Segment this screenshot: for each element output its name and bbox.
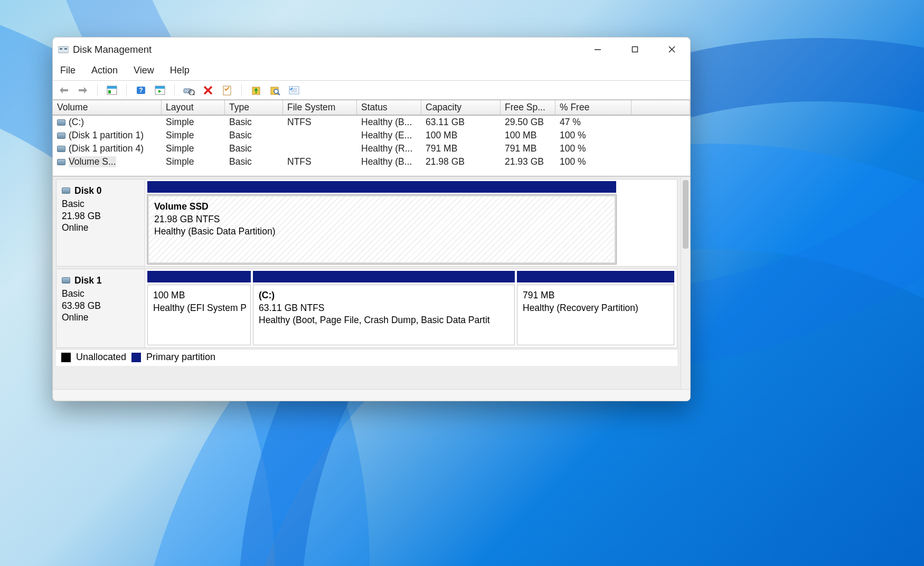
volume-free: 100 MB	[501, 129, 555, 142]
svg-marker-7	[60, 87, 63, 93]
svg-line-21	[193, 94, 195, 95]
col-filesystem[interactable]: File System	[283, 100, 357, 115]
col-pctfree[interactable]: % Free	[555, 100, 631, 115]
scrollbar-thumb[interactable]	[683, 180, 689, 249]
disk-type: Basic	[62, 198, 139, 210]
partition-status: Healthy (Boot, Page File, Crash Dump, Ba…	[259, 314, 509, 327]
forward-icon[interactable]	[77, 84, 89, 96]
svg-point-29	[274, 89, 278, 93]
volume-fs: NTFS	[283, 156, 357, 168]
volume-status: Healthy (B...	[357, 156, 421, 168]
menu-file[interactable]: File	[58, 64, 78, 77]
find-icon[interactable]	[269, 84, 281, 96]
col-capacity[interactable]: Capacity	[421, 100, 501, 115]
close-button[interactable]	[653, 37, 690, 62]
partition-status: Healthy (EFI System P	[153, 302, 245, 315]
menu-help[interactable]: Help	[168, 64, 192, 77]
svg-marker-9	[84, 87, 87, 93]
volume-pct: 100 %	[555, 143, 631, 155]
disk-name: Disk 1	[74, 275, 102, 287]
volume-icon	[57, 146, 65, 152]
menu-view[interactable]: View	[131, 64, 156, 77]
partition-header-bar	[253, 271, 515, 282]
disk-size: 63.98 GB	[62, 300, 139, 312]
volume-icon	[57, 159, 65, 165]
volume-icon	[57, 119, 65, 126]
maximize-button[interactable]	[616, 37, 653, 62]
volume-layout: Simple	[162, 156, 225, 168]
partition-size: 791 MB	[523, 289, 668, 302]
volume-layout: Simple	[162, 129, 225, 142]
col-spacer[interactable]	[631, 100, 690, 115]
disk-management-window: Disk Management File Action View Help ?	[52, 37, 691, 401]
partition-box[interactable]: Volume SSD 21.98 GB NTFS Healthy (Basic …	[147, 195, 616, 264]
disk-info[interactable]: Disk 0 Basic 21.98 GB Online	[56, 180, 145, 266]
partition-size: 21.98 GB NTFS	[154, 213, 609, 226]
disk-state: Online	[62, 312, 139, 324]
volume-capacity: 791 MB	[421, 143, 501, 155]
volume-row[interactable]: (Disk 1 partition 4) Simple Basic Health…	[53, 142, 690, 155]
disk-info[interactable]: Disk 1 Basic 63.98 GB Online	[56, 269, 145, 347]
disk-row: Disk 1 Basic 63.98 GB Online	[56, 269, 677, 348]
legend-primary: Primary partition	[146, 352, 215, 363]
minimize-button[interactable]	[579, 37, 616, 62]
svg-rect-4	[632, 47, 637, 52]
volume-capacity: 63.11 GB	[421, 116, 501, 128]
volume-free: 791 MB	[501, 143, 555, 155]
disk-state: Online	[62, 222, 139, 234]
volume-status: Healthy (B...	[357, 116, 421, 128]
volume-row[interactable]: Volume S... Simple Basic NTFS Healthy (B…	[53, 155, 690, 168]
partition-header-bar	[517, 271, 674, 282]
svg-rect-17	[155, 86, 165, 89]
delete-icon[interactable]	[202, 84, 214, 96]
back-icon[interactable]	[58, 84, 70, 96]
volume-row[interactable]: (C:) Simple Basic NTFS Healthy (B... 63.…	[53, 116, 690, 129]
partition-box[interactable]: 791 MB Healthy (Recovery Partition)	[517, 285, 674, 345]
up-icon[interactable]	[250, 84, 262, 96]
volume-capacity: 21.98 GB	[421, 156, 501, 168]
legend-unallocated: Unallocated	[76, 352, 126, 363]
legend-swatch-unallocated	[61, 353, 71, 362]
svg-rect-10	[79, 89, 84, 91]
titlebar[interactable]: Disk Management	[53, 37, 690, 62]
partition-box[interactable]: (C:) 63.11 GB NTFS Healthy (Boot, Page F…	[253, 285, 515, 345]
disk-icon	[62, 187, 70, 194]
partition-name: Volume SSD	[154, 201, 609, 213]
partition-name: (C:)	[259, 289, 509, 302]
app-icon	[58, 45, 69, 54]
legend: Unallocated Primary partition	[56, 349, 677, 366]
partition-box[interactable]: 100 MB Healthy (EFI System P	[147, 285, 251, 345]
volume-type: Basic	[225, 129, 283, 142]
toolbar: ?	[53, 81, 690, 100]
volume-fs	[283, 129, 357, 142]
col-type[interactable]: Type	[225, 100, 283, 115]
volume-pct: 100 %	[555, 156, 631, 168]
volume-name: Volume S...	[69, 156, 116, 167]
volume-fs: NTFS	[283, 116, 357, 128]
options-icon[interactable]	[288, 84, 300, 96]
col-volume[interactable]: Volume	[53, 100, 162, 115]
col-layout[interactable]: Layout	[162, 100, 225, 115]
svg-rect-1	[60, 48, 62, 50]
volume-name: (C:)	[69, 117, 84, 128]
properties-icon[interactable]	[221, 84, 233, 96]
col-status[interactable]: Status	[357, 100, 421, 115]
volume-pct: 47 %	[555, 116, 631, 128]
window-title: Disk Management	[73, 44, 152, 55]
show-hide-console-tree-icon[interactable]	[106, 84, 118, 96]
volume-row[interactable]: (Disk 1 partition 1) Simple Basic Health…	[53, 129, 690, 142]
volume-name: (Disk 1 partition 4)	[69, 143, 144, 154]
disk-type: Basic	[62, 288, 139, 300]
disk-row: Disk 0 Basic 21.98 GB Online Volume SSD …	[56, 179, 677, 267]
vertical-scrollbar[interactable]	[681, 177, 690, 389]
volume-status: Healthy (E...	[357, 129, 421, 142]
volume-free: 29.50 GB	[501, 116, 555, 128]
action-list-icon[interactable]	[154, 84, 166, 96]
svg-rect-27	[256, 91, 257, 93]
col-freespace[interactable]: Free Sp...	[501, 100, 555, 115]
refresh-icon[interactable]	[183, 84, 195, 96]
help-icon[interactable]: ?	[135, 84, 147, 96]
svg-text:?: ?	[139, 87, 143, 94]
disk-graphical-view: Disk 0 Basic 21.98 GB Online Volume SSD …	[53, 176, 690, 389]
menu-action[interactable]: Action	[89, 64, 120, 77]
